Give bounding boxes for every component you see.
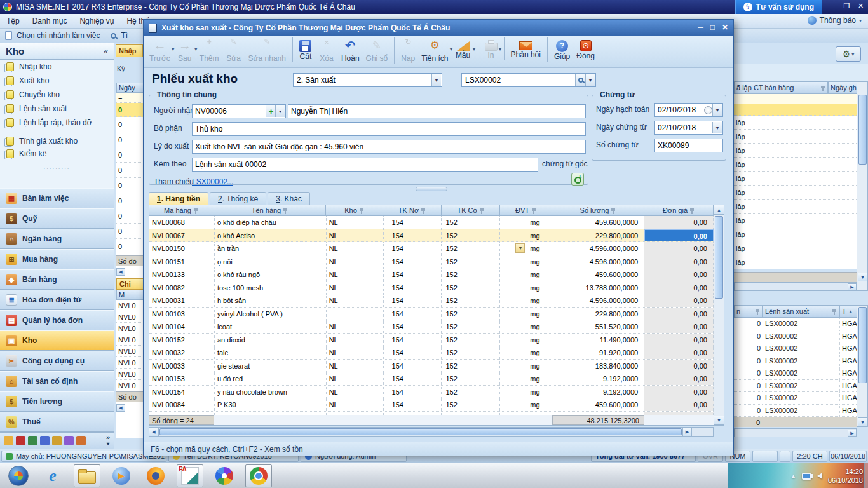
sidebar-module[interactable]: Bàn làm việc (0, 188, 114, 208)
reference-more-link[interactable]: ... (227, 177, 233, 186)
scroll-down-icon[interactable]: ▼ (858, 417, 867, 426)
footer-icon[interactable] (16, 436, 25, 445)
cell-don-gia[interactable]: 0,00 (644, 334, 714, 346)
speaker-icon[interactable] (817, 473, 822, 479)
settings-button[interactable]: ⚙▾ (836, 46, 861, 62)
bg-lap-row[interactable]: lập (734, 158, 857, 172)
bg-lap-row[interactable]: lập (734, 214, 857, 227)
cell-don-gia[interactable]: 0,00 (644, 360, 714, 372)
chevron-down-icon[interactable]: ▼ (712, 122, 722, 133)
clock-button[interactable] (703, 104, 713, 116)
cell-don-gia[interactable]: 0,00 (644, 398, 714, 411)
grid-vscrollbar[interactable]: ▲ ▼ (714, 205, 724, 426)
table-row[interactable]: NVL00151 ọ nồi NL 154 152 ▼mg 4.596.000,… (149, 255, 714, 269)
bg-row[interactable]: 0 (116, 147, 143, 163)
chevron-down-icon[interactable]: ▼ (431, 74, 441, 86)
footer-icon[interactable] (64, 436, 74, 445)
tray-expand-icon[interactable]: ▲ (790, 473, 796, 479)
search-button[interactable] (575, 74, 585, 86)
bg2-row[interactable]: 0 LSX00002 HGA (734, 392, 857, 405)
bg-selected-row[interactable]: 0 (116, 103, 143, 117)
table-row[interactable]: NVL00154 y nâu chocolate brown NL 154 15… (149, 386, 714, 399)
chevron-down-icon[interactable]: ▼ (515, 243, 525, 253)
sidebar-module[interactable]: Mua hàng (0, 249, 114, 269)
bg2-row[interactable]: 0 LSX00002 HGA (734, 380, 857, 393)
menu-item[interactable]: Nghiệp vụ (73, 17, 120, 25)
toolbar-button[interactable]: Trước ▼ (146, 37, 173, 64)
taskbar-app[interactable] (74, 464, 100, 487)
table-row[interactable]: NVL00067 o khô Actiso NL 154 152 ▼mg 229… (149, 229, 714, 243)
bg-lap-row[interactable]: lập (734, 241, 857, 255)
bg-selected-row[interactable] (734, 104, 857, 116)
chevron-down-icon[interactable]: ▼ (275, 105, 285, 117)
toolbar-button[interactable]: Phản hồi ▼ (504, 37, 544, 60)
taskbar-app[interactable] (39, 464, 66, 487)
pin-icon[interactable] (821, 85, 825, 91)
bg-lap-row[interactable]: lập (734, 130, 857, 144)
bg-row[interactable]: 0 (116, 132, 143, 147)
toolbar-button[interactable]: Sau ▼ (173, 37, 196, 64)
reference-link[interactable]: LSX00002 (192, 177, 227, 186)
cell-don-gia[interactable]: 0,00 (644, 281, 714, 294)
toolbar-button[interactable]: Sửa nhanh ▼ (245, 37, 288, 64)
maximize-icon[interactable]: □ (710, 23, 715, 32)
scroll-right-icon[interactable]: ▶ (848, 283, 857, 290)
bg2-col-lenh-san-xuat[interactable]: Lệnh sản xuất (763, 305, 839, 318)
column-header[interactable]: TK Nợ (383, 205, 442, 216)
bg-row[interactable]: 0 (116, 193, 143, 208)
table-row[interactable]: NVL00033 gie stearat NL 154 152 ▼mg 183.… (149, 360, 714, 373)
sidebar-module[interactable]: Thuế (0, 412, 114, 432)
posting-date-input[interactable]: 02/10/2018 ▼ (654, 103, 723, 117)
attachment-input[interactable]: Lệnh sản xuất 00002 (192, 158, 538, 172)
menu-item[interactable]: Tệp (0, 17, 26, 25)
bg-vscrollbar[interactable]: ▼ (857, 81, 868, 291)
table-row[interactable]: NVL00104 icoat NL 154 152 ▼mg 551.520,00… (149, 320, 714, 334)
bg-lap-row[interactable]: lập (734, 227, 857, 241)
bg2-vscrollbar[interactable]: ▼ (857, 305, 868, 427)
table-row[interactable]: NVL00032 talc NL 154 152 ▼mg 91.920,0000… (149, 346, 714, 360)
footer-icon[interactable] (40, 436, 50, 445)
pin-icon[interactable] (532, 208, 536, 214)
voucher-type-combo[interactable]: 2. Sản xuất ▼ (293, 73, 442, 87)
cell-don-gia[interactable]: 0,00 (644, 308, 714, 320)
add-button[interactable]: + (266, 105, 276, 117)
pin-icon[interactable] (756, 309, 760, 315)
toolbar-button[interactable]: Nạp ▼ (394, 37, 418, 64)
cell-don-gia[interactable]: 0,00 (644, 386, 714, 398)
bg-row[interactable]: 0 (116, 163, 143, 178)
show-desktop-button[interactable] (864, 463, 868, 488)
bg-nvl-row[interactable]: NVL0 (116, 323, 143, 334)
bg2-row[interactable]: 0 LSX00002 HGA (734, 330, 857, 343)
table-row[interactable]: NVL00103 yvinyl Alcohol ( PVA ) 154 152 … (149, 308, 714, 321)
chevron-down-icon[interactable]: ▼ (585, 74, 595, 86)
sidebar-item[interactable]: Nhập kho (0, 60, 114, 74)
column-header[interactable]: Kho (326, 205, 383, 216)
sidebar-module[interactable]: Tài sản cố định (0, 371, 114, 391)
pin-icon[interactable] (194, 208, 198, 214)
table-row[interactable]: NVL00068 o khô diệp hạ châu NL 154 152 ▼… (149, 216, 714, 229)
sidebar-module[interactable]: Quản lý hóa đơn (0, 310, 114, 330)
scroll-down-icon[interactable]: ▼ (858, 273, 867, 281)
table-row[interactable]: NVL00152 an dioxid NL 154 152 ▼mg 11.490… (149, 334, 714, 347)
toolbar-button[interactable]: Ghi sổ ▼ (363, 37, 391, 64)
chevron-down-icon[interactable]: ▼ (712, 104, 722, 116)
document-number-input[interactable]: XK00089 (654, 139, 723, 152)
close-icon[interactable]: ✕ (722, 23, 728, 32)
scrollbar-thumb[interactable] (715, 216, 723, 299)
bg-row[interactable]: 0 (116, 239, 143, 254)
bg-nvl-row[interactable]: NVL0 (116, 380, 143, 391)
scroll-right-icon[interactable]: ▶ (848, 430, 857, 437)
menu-item[interactable]: Danh mục (26, 17, 74, 25)
table-row[interactable]: NVL00133 o khô râu ngô NL 154 152 ▼mg 45… (149, 268, 714, 281)
branch-select[interactable]: Chọn chi nhánh làm việc (17, 31, 100, 40)
sidebar-module[interactable]: Công cụ dụng cụ (0, 351, 114, 371)
taskbar-app[interactable] (142, 464, 169, 487)
column-header[interactable]: TK Có (442, 205, 500, 216)
bg-nvl-row[interactable]: NVL0 (116, 300, 143, 311)
splitter-handle[interactable] (416, 187, 447, 191)
table-row[interactable]: NVL00150 ần trần NL 154 152 ▼mg 4.596.00… (149, 242, 714, 255)
cell-don-gia[interactable]: 0,00 (644, 255, 714, 268)
scroll-down-icon[interactable]: ▼ (714, 416, 724, 425)
toolbar-button[interactable]: Sửa ▼ (222, 37, 245, 64)
cell-don-gia[interactable]: 0,00 (644, 372, 714, 385)
